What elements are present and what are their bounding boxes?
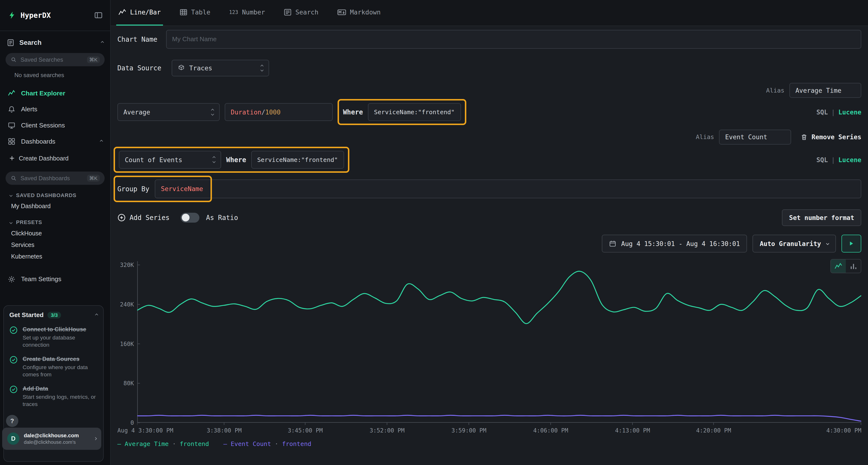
chevron-down-icon (9, 221, 12, 224)
get-started-step-add-data[interactable]: Add Data Start sending logs, metrics, or… (9, 385, 98, 408)
series1-where-input[interactable]: ServiceName:"frontend" (368, 103, 461, 121)
user-menu[interactable]: D dale@clickhouse.com dale@clickhouse.co… (2, 428, 101, 450)
group-presets[interactable]: PRESETS (0, 218, 110, 227)
line-chart-toggle[interactable] (831, 260, 846, 273)
granularity-value: Auto Granularity (760, 240, 821, 247)
search-list-icon (7, 39, 14, 46)
series2-where-input[interactable]: ServiceName:"frontend" (251, 151, 344, 168)
data-source-value: Traces (189, 64, 212, 72)
hyperdx-logo-icon (8, 11, 16, 19)
series2-aggregation-select[interactable]: Count of Events (119, 151, 221, 168)
preset-item-clickhouse[interactable]: ClickHouse (0, 227, 110, 239)
as-ratio-toggle[interactable] (181, 213, 199, 223)
chevron-up-icon (101, 41, 104, 44)
x-tick-label: 4:06:00 PM (533, 427, 568, 434)
sidebar-item-team-settings[interactable]: Team Settings (0, 271, 110, 287)
number-123-icon: 123 (229, 9, 238, 15)
sidebar-item-chart-explorer[interactable]: Chart Explorer (0, 85, 110, 101)
chevron-down-icon (9, 194, 12, 197)
time-range-picker[interactable]: Aug 4 15:30:01 - Aug 4 16:30:01 (602, 235, 747, 252)
dashboard-grid-icon (8, 138, 16, 145)
tab-table[interactable]: Table (177, 0, 212, 26)
series1-field-input[interactable]: Duration/1000 (225, 103, 333, 121)
get-started-header[interactable]: Get Started 3/3 (9, 311, 98, 319)
bar-chart-toggle[interactable] (846, 260, 861, 273)
group-by-input[interactable]: ServiceName (155, 179, 861, 198)
chart-editor: Chart Name Data Source Traces Alias Aver… (111, 26, 868, 465)
check-circle-icon (9, 385, 18, 408)
query-language-switch: SQL | Lucene (816, 108, 861, 116)
legend-item[interactable]: — Average Time · frontend (117, 440, 209, 447)
shortcut-badge: ⌘K (87, 56, 100, 63)
chart-name-label: Chart Name (117, 35, 161, 43)
toggle-knob (182, 214, 189, 222)
saved-dashboards-input[interactable]: Saved Dashboards ⌘K (5, 171, 105, 185)
plus-icon (9, 155, 15, 161)
tab-search[interactable]: Search (282, 0, 321, 26)
help-button[interactable]: ? (6, 415, 18, 427)
x-tick-label: 4:30:00 PM (826, 427, 861, 434)
tab-label: Table (191, 8, 210, 16)
chart-name-input[interactable] (166, 30, 862, 49)
chart-plot[interactable] (137, 259, 861, 426)
gear-icon (8, 275, 16, 283)
saved-searches-input[interactable]: Saved Searches ⌘K (5, 53, 105, 66)
add-series-label: Add Series (129, 214, 169, 222)
user-email: dale@clickhouse.com (24, 432, 90, 439)
get-started-step-sources[interactable]: Create Data Sources Configure where your… (9, 355, 98, 378)
search-section-header[interactable]: Search (7, 39, 104, 46)
x-tick-label: 3:45:00 PM (288, 427, 323, 434)
tab-line-bar[interactable]: Line/Bar (116, 0, 163, 26)
chevron-down-icon (826, 242, 829, 245)
preset-item-services[interactable]: Services (0, 239, 110, 251)
series2-alias-input[interactable]: Event Count (719, 130, 791, 144)
remove-series-button[interactable]: Remove Series (801, 133, 861, 141)
remove-series-label: Remove Series (812, 133, 862, 141)
sidebar-header: HyperDX (0, 0, 110, 31)
sidebar-item-label: Chart Explorer (21, 90, 65, 97)
tab-markdown[interactable]: Markdown (335, 0, 383, 26)
get-started-step-connect[interactable]: Connect to ClickHouse Set up your databa… (9, 326, 98, 348)
dashboard-item-my-dashboard[interactable]: My Dashboard (0, 200, 110, 212)
sql-toggle[interactable]: SQL (816, 108, 828, 116)
select-chevrons-icon (261, 65, 263, 71)
series1-aggregation-select[interactable]: Average (117, 103, 220, 121)
granularity-select[interactable]: Auto Granularity (752, 235, 836, 252)
add-series-button[interactable]: Add Series (117, 213, 169, 222)
sidebar-item-alerts[interactable]: Alerts (0, 101, 110, 118)
where-label: Where (226, 156, 246, 164)
data-source-select[interactable]: Traces (172, 60, 269, 76)
x-tick-label: 3:38:00 PM (207, 427, 242, 434)
y-tick-label: 160K (120, 341, 134, 347)
sql-toggle[interactable]: SQL (816, 156, 828, 164)
lucene-toggle[interactable]: Lucene (838, 108, 861, 116)
alias-label: Alias (766, 87, 784, 94)
sidebar-item-label: Dashboards (21, 138, 55, 145)
search-section-label: Search (19, 39, 41, 46)
calendar-icon (609, 240, 616, 247)
preset-item-kubernetes[interactable]: Kubernetes (0, 251, 110, 262)
collapse-sidebar-icon[interactable] (94, 11, 102, 19)
tab-label: Number (242, 8, 265, 16)
tab-number[interactable]: 123 Number (227, 0, 267, 26)
step-title: Add Data (23, 385, 98, 392)
shortcut-badge: ⌘K (87, 175, 100, 182)
select-chevrons-icon (212, 109, 214, 115)
alias-value: Event Count (725, 133, 767, 141)
where-value: ServiceName:"frontend" (374, 109, 455, 115)
line-chart-icon (835, 263, 842, 270)
field-slash: / (261, 108, 265, 116)
search-icon (10, 175, 17, 181)
sidebar-item-dashboards[interactable]: Dashboards (0, 133, 110, 150)
lucene-toggle[interactable]: Lucene (838, 156, 861, 164)
sidebar-item-client-sessions[interactable]: Client Sessions (0, 117, 110, 133)
legend-item[interactable]: — Event Count · frontend (223, 440, 311, 447)
create-dashboard-button[interactable]: Create Dashboard (0, 152, 110, 165)
app-root: HyperDX Search Saved Searches ⌘K No save… (0, 0, 868, 465)
run-query-button[interactable] (841, 235, 862, 252)
set-number-format-button[interactable]: Set number format (782, 209, 861, 226)
circle-plus-icon (117, 213, 126, 222)
group-saved-dashboards[interactable]: SAVED DASHBOARDS (0, 190, 110, 200)
bell-icon (8, 105, 16, 113)
series1-alias-input[interactable]: Average Time (789, 83, 861, 98)
